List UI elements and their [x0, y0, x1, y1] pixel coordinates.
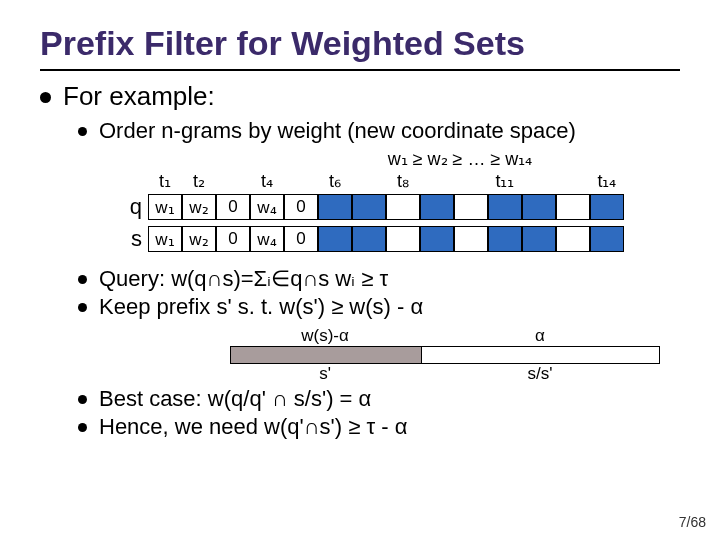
cell [556, 194, 590, 220]
bullet-hence: Hence, we need w(q'∩s') ≥ τ - α [78, 414, 680, 440]
prefix-bar-diagram: w(s)-α α s' s/s' [230, 326, 680, 384]
bullet-text: Query: w(q∩s)=Σᵢ∈q∩s wᵢ ≥ τ [99, 266, 388, 292]
cell [488, 194, 522, 220]
bullet-text: For example: [63, 81, 215, 112]
bullet-keep-prefix: Keep prefix s' s. t. w(s') ≥ w(s) - α [78, 294, 680, 320]
row-s: s w₁w₂0w₄0 [114, 226, 680, 252]
row-q: q w₁w₂0w₄0 [114, 194, 680, 220]
tick-t4: t₄ [250, 170, 284, 192]
cell: w₁ [148, 194, 182, 220]
cell [318, 226, 352, 252]
cell [556, 226, 590, 252]
tick-t14: t₁₄ [590, 170, 624, 192]
bar-top-right: α [420, 326, 660, 346]
bullet-icon [78, 127, 87, 136]
cell: w₁ [148, 226, 182, 252]
bar-box [230, 346, 660, 364]
cell [352, 194, 386, 220]
tick-labels-row: t₁ t₂ t₄ t₆ t₈ t₁₁ t₁₄ [114, 170, 680, 192]
weight-inequality: w₁ ≥ w₂ ≥ … ≥ w₁₄ [240, 148, 680, 170]
bullet-for-example: For example: [40, 81, 680, 112]
cell: 0 [216, 194, 250, 220]
cell: w₂ [182, 226, 216, 252]
bar-segment-left [231, 347, 422, 363]
cell: 0 [216, 226, 250, 252]
cell [454, 226, 488, 252]
bar-top-left: w(s)-α [230, 326, 420, 346]
cell [352, 226, 386, 252]
bullet-icon [78, 395, 87, 404]
cell [420, 194, 454, 220]
slide-title: Prefix Filter for Weighted Sets [40, 24, 680, 71]
cell: w₄ [250, 194, 284, 220]
bullet-icon [78, 303, 87, 312]
bullet-order-ngrams: Order n-grams by weight (new coordinate … [78, 118, 680, 144]
cell [488, 226, 522, 252]
cell: w₄ [250, 226, 284, 252]
cell: w₂ [182, 194, 216, 220]
tick-t2: t₂ [182, 170, 216, 192]
tick-t6: t₆ [318, 170, 352, 192]
row-label-q: q [114, 194, 142, 220]
bullet-icon [78, 423, 87, 432]
bullet-text: Hence, we need w(q'∩s') ≥ τ - α [99, 414, 407, 440]
row-label-s: s [114, 226, 142, 252]
cell [386, 226, 420, 252]
cell: 0 [284, 194, 318, 220]
cell [522, 226, 556, 252]
cell [454, 194, 488, 220]
bullet-best-case: Best case: w(q/q' ∩ s/s') = α [78, 386, 680, 412]
bullet-text: Keep prefix s' s. t. w(s') ≥ w(s) - α [99, 294, 423, 320]
tick-t8: t₈ [386, 170, 420, 192]
cell [420, 226, 454, 252]
cell [318, 194, 352, 220]
bullet-query: Query: w(q∩s)=Σᵢ∈q∩s wᵢ ≥ τ [78, 266, 680, 292]
tick-t1: t₁ [148, 170, 182, 192]
bullet-text: Order n-grams by weight (new coordinate … [99, 118, 576, 144]
cell: 0 [284, 226, 318, 252]
cell [386, 194, 420, 220]
bar-bot-right: s/s' [420, 364, 660, 384]
cell [522, 194, 556, 220]
cell [590, 194, 624, 220]
bar-segment-right [422, 347, 659, 363]
cell [590, 226, 624, 252]
bullet-text: Best case: w(q/q' ∩ s/s') = α [99, 386, 371, 412]
tick-t11: t₁₁ [488, 170, 522, 192]
bullet-icon [40, 92, 51, 103]
page-number: 7/68 [679, 514, 706, 530]
bar-bot-left: s' [230, 364, 420, 384]
bullet-icon [78, 275, 87, 284]
